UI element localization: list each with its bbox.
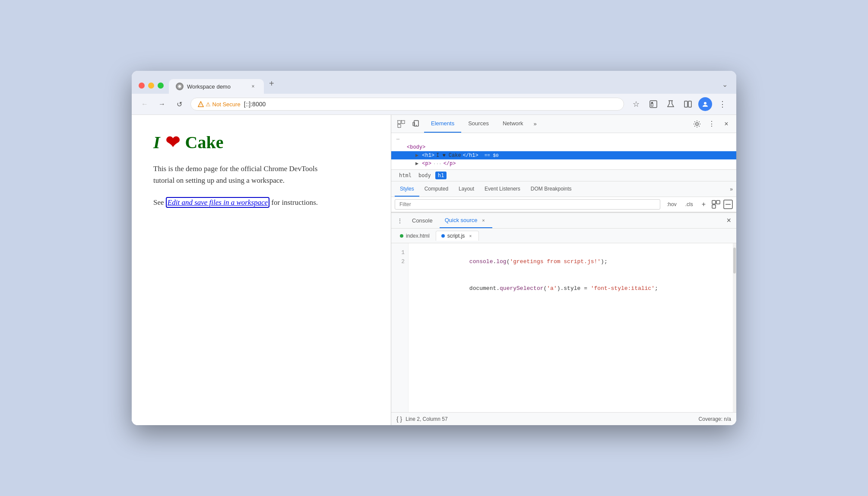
- chrome-menu-btn[interactable]: ⋮: [716, 97, 729, 111]
- maximize-traffic-light[interactable]: [158, 83, 164, 89]
- address-bar: ← → ↺ ! ⚠ Not Secure [::]:8000 ☆: [132, 94, 736, 115]
- device-icon: [412, 120, 420, 128]
- dom-body-tag: <body>: [407, 144, 425, 150]
- profile-btn[interactable]: [698, 97, 712, 111]
- dt-settings-btn[interactable]: [691, 118, 703, 130]
- active-tab[interactable]: Workspace demo ×: [169, 79, 264, 94]
- add-style-btn[interactable]: +: [699, 199, 709, 210]
- code-content[interactable]: console.log('greetings from script.js!')…: [409, 243, 733, 412]
- scrollbar-thumb[interactable]: [733, 248, 736, 273]
- dom-h1-text: I ♥ Cake: [436, 153, 461, 159]
- panel-menu-btn[interactable]: ⋮: [395, 216, 405, 226]
- panel-close-all-btn[interactable]: ×: [725, 214, 733, 227]
- url-bar[interactable]: ! ⚠ Not Secure [::]:8000: [190, 98, 624, 111]
- code-line-1: console.log('greetings from script.js!')…: [415, 248, 726, 275]
- link-prefix: See: [153, 198, 166, 207]
- bookmark-btn[interactable]: ☆: [629, 97, 643, 111]
- svg-rect-11: [402, 121, 405, 124]
- tab-network[interactable]: Network: [496, 115, 530, 133]
- svg-point-16: [696, 123, 698, 125]
- file-dot-blue: [441, 234, 445, 238]
- tab-close-btn[interactable]: ×: [249, 83, 257, 90]
- svg-point-9: [704, 102, 706, 105]
- minimize-traffic-light[interactable]: [148, 83, 154, 89]
- elements-panel: ⋯ <body> ▶ <h1> I ♥ Cake </h1> == $0: [391, 133, 736, 425]
- bottom-panel-tabs: ⋮ Console Quick source × ×: [391, 213, 736, 229]
- dom-row-p[interactable]: ▶ <p> ··· </p>: [391, 159, 736, 168]
- heart-emoji: ❤: [165, 132, 180, 153]
- styles-tab-event-listeners[interactable]: Event Listeners: [479, 181, 526, 197]
- file-tab-index-html[interactable]: index.html: [395, 231, 435, 241]
- device-toggle-btn[interactable]: [409, 118, 422, 130]
- toolbar-icons: ☆: [629, 97, 729, 111]
- force-state-icon[interactable]: [711, 200, 721, 209]
- pretty-print-btn[interactable]: { }: [396, 416, 402, 423]
- dom-eq: == $0: [485, 153, 499, 158]
- browser-content: I ❤ Cake This is the demo page for the o…: [132, 115, 736, 425]
- code-area: 1 2 console.log('greetings from script.j…: [391, 243, 736, 412]
- svg-rect-8: [688, 101, 691, 107]
- split-icon: [684, 100, 692, 108]
- traffic-lights: [139, 83, 164, 94]
- workspace-link[interactable]: Edit and save files in a workspace: [166, 197, 269, 208]
- bc-html[interactable]: html: [396, 172, 414, 179]
- svg-rect-5: [651, 102, 653, 104]
- styles-tab-layout[interactable]: Layout: [453, 181, 479, 197]
- scrollbar-track[interactable]: [733, 243, 736, 412]
- dt-close-btn[interactable]: ×: [720, 118, 733, 130]
- svg-rect-7: [684, 101, 687, 107]
- cls-btn[interactable]: .cls: [682, 200, 696, 209]
- script-tab-close-btn[interactable]: ×: [467, 233, 473, 239]
- settings-icon: [693, 120, 701, 128]
- toggle-computed-icon[interactable]: [723, 200, 733, 209]
- bc-body[interactable]: body: [416, 172, 434, 179]
- devtools-icon-btn[interactable]: [664, 97, 678, 111]
- dt-toolbar-right: ⋮ ×: [691, 118, 733, 130]
- webpage: I ❤ Cake This is the demo page for the o…: [132, 115, 391, 425]
- page-heading: I ❤ Cake: [153, 132, 369, 153]
- styles-tab-dom-breakpoints[interactable]: DOM Breakpoints: [526, 181, 577, 197]
- file-tab-script-js[interactable]: script.js ×: [436, 231, 479, 241]
- styles-overflow[interactable]: »: [730, 186, 733, 192]
- bc-h1[interactable]: h1: [435, 172, 447, 179]
- browser-window: Workspace demo × + ⌄ ← → ↺ ! ⚠ Not Secur…: [132, 71, 736, 425]
- reload-btn[interactable]: ↺: [173, 98, 185, 110]
- styles-tab-computed[interactable]: Computed: [419, 181, 453, 197]
- line-number-2: 2: [395, 258, 405, 267]
- back-btn[interactable]: ←: [139, 98, 151, 110]
- hov-btn[interactable]: :hov: [664, 200, 680, 209]
- styles-filter-input[interactable]: [395, 199, 660, 210]
- dt-more-btn[interactable]: ⋮: [705, 118, 718, 130]
- dom-row-body[interactable]: <body>: [391, 143, 736, 151]
- line-number-1: 1: [395, 248, 405, 258]
- quicksource-close-btn[interactable]: ×: [480, 217, 487, 224]
- profile-icon: [702, 101, 709, 108]
- tab-sources[interactable]: Sources: [461, 115, 496, 133]
- svg-text:!: !: [200, 103, 201, 107]
- inspect-element-btn[interactable]: [395, 118, 408, 130]
- styles-tab-styles[interactable]: Styles: [395, 181, 419, 197]
- styles-tabs: Styles Computed Layout Event Listeners D…: [391, 181, 736, 197]
- tab-elements[interactable]: Elements: [424, 115, 461, 133]
- close-traffic-light[interactable]: [139, 83, 145, 89]
- styles-filter-row: :hov .cls +: [391, 197, 736, 212]
- dom-p-triangle[interactable]: ▶: [415, 160, 418, 167]
- split-btn[interactable]: [681, 97, 695, 111]
- bp-tab-console[interactable]: Console: [407, 213, 438, 228]
- svg-rect-4: [651, 103, 653, 106]
- extension-btn[interactable]: [646, 97, 660, 111]
- bp-tab-quicksource[interactable]: Quick source ×: [440, 213, 492, 228]
- new-tab-btn[interactable]: +: [264, 75, 279, 94]
- tabs-area: Workspace demo × +: [169, 75, 722, 94]
- dom-triangle[interactable]: ▶: [415, 152, 418, 159]
- svg-point-15: [416, 125, 417, 126]
- status-bar: { } Line 2, Column 57 Coverage: n/a: [391, 412, 736, 425]
- dom-p-close: </p>: [444, 161, 456, 167]
- forward-btn[interactable]: →: [156, 98, 168, 110]
- page-body: This is the demo page for the official C…: [153, 163, 326, 186]
- dom-h1-tag: <h1>: [422, 153, 434, 159]
- heading-prefix: I: [153, 132, 160, 153]
- tab-dropdown-btn[interactable]: ⌄: [722, 80, 729, 94]
- dom-row-h1[interactable]: ▶ <h1> I ♥ Cake </h1> == $0: [391, 151, 736, 159]
- dt-tabs-overflow[interactable]: »: [530, 121, 540, 127]
